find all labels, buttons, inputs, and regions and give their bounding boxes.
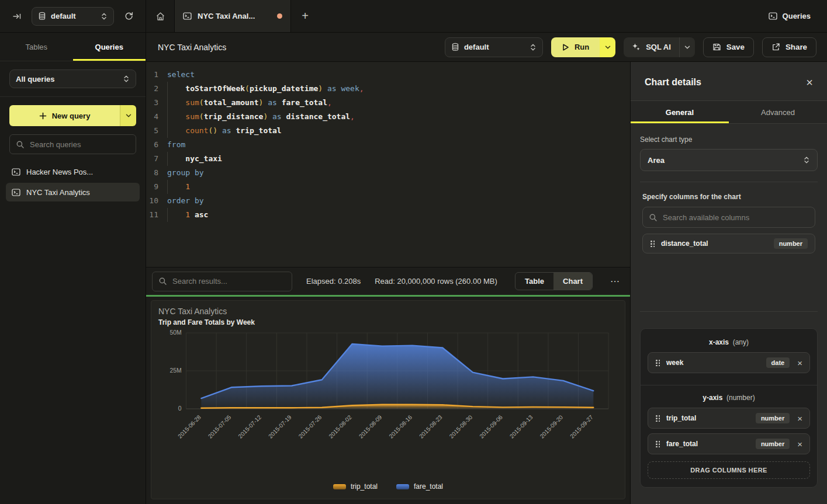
sql-editor[interactable]: 1select2 toStartOfWeek(pickup_datetime) … xyxy=(146,62,630,267)
refresh-button[interactable] xyxy=(121,9,136,24)
results-search[interactable] xyxy=(152,272,292,291)
chevron-updown-icon xyxy=(530,43,537,51)
sidebar-tab-tables[interactable]: Tables xyxy=(0,33,73,61)
line-number: 5 xyxy=(146,124,167,138)
chart-type-select[interactable]: Area xyxy=(640,149,818,171)
run-options-button[interactable] xyxy=(600,37,615,57)
query-list-item[interactable]: NYC Taxi Analytics xyxy=(6,183,140,201)
query-toolbar: NYC Taxi Analytics default Run xyxy=(146,33,827,62)
sidebar-tab-queries[interactable]: Queries xyxy=(73,33,146,61)
code-line[interactable]: 6from xyxy=(146,138,630,152)
indent-guide xyxy=(167,110,168,124)
legend-item-fare_total[interactable]: fare_total xyxy=(396,482,443,491)
tab-advanced[interactable]: Advanced xyxy=(729,101,827,123)
query-filter-select[interactable]: All queries xyxy=(9,69,136,88)
query-search[interactable] xyxy=(9,134,136,154)
svg-text:2015-08-09: 2015-08-09 xyxy=(358,413,383,439)
query-label: NYC Taxi Analytics xyxy=(26,188,90,197)
share-button[interactable]: Share xyxy=(762,37,816,57)
console-icon xyxy=(12,168,20,176)
run-button[interactable]: Run xyxy=(551,37,600,57)
results-search-input[interactable] xyxy=(172,277,286,286)
code-line[interactable]: 5 count() as trip_total xyxy=(146,124,630,138)
sparkles-icon xyxy=(632,43,641,51)
svg-text:2015-09-13: 2015-09-13 xyxy=(508,413,534,439)
column-type-badge: number xyxy=(756,413,790,423)
code-line[interactable]: 3 sum(total_amount) as fare_total, xyxy=(146,96,630,110)
code-line[interactable]: 1select xyxy=(146,68,630,82)
new-query-menu-button[interactable] xyxy=(120,105,136,126)
available-columns-list: distance_totalnumber xyxy=(642,234,815,253)
new-query-button[interactable]: New query xyxy=(9,105,136,126)
svg-text:0: 0 xyxy=(178,405,182,412)
tab-title: NYC Taxi Anal... xyxy=(198,12,255,20)
query-label: Hacker News Pos... xyxy=(26,168,93,176)
code-line[interactable]: 2 toStartOfWeek(pickup_datetime) as week… xyxy=(146,82,630,96)
columns-search[interactable] xyxy=(642,207,815,228)
code-line[interactable]: 11 1 asc xyxy=(146,208,630,222)
column-pill-trip_total[interactable]: trip_totalnumber× xyxy=(648,408,810,429)
svg-text:2015-07-12: 2015-07-12 xyxy=(237,413,262,439)
line-number: 8 xyxy=(146,166,167,180)
drag-handle-icon[interactable] xyxy=(650,240,655,247)
chart-title: NYC Taxi Analytics xyxy=(158,307,618,316)
query-search-input[interactable] xyxy=(30,140,130,149)
view-tab-table[interactable]: Table xyxy=(515,273,553,290)
y-axis-title: y-axis xyxy=(703,394,722,402)
home-button[interactable] xyxy=(146,0,174,32)
remove-column-button[interactable]: × xyxy=(796,413,802,423)
column-pill-fare_total[interactable]: fare_totalnumber× xyxy=(648,433,810,454)
chevron-updown-icon xyxy=(803,156,810,164)
sql-ai-button[interactable]: SQL AI xyxy=(624,37,679,57)
sql-ai-menu-button[interactable] xyxy=(679,37,695,57)
code-text: 1 xyxy=(167,180,190,194)
drag-handle-icon[interactable] xyxy=(655,440,660,447)
indent-guide xyxy=(167,208,168,222)
code-line[interactable]: 9 1 xyxy=(146,180,630,194)
code-line[interactable]: 4 sum(trip_distance) as distance_total, xyxy=(146,110,630,124)
top-bar: default NYC Taxi Anal... xyxy=(0,0,827,33)
queries-link-label: Queries xyxy=(783,12,811,20)
code-line[interactable]: 7 nyc_taxi xyxy=(146,152,630,166)
save-button[interactable]: Save xyxy=(703,37,754,57)
legend-item-trip_total[interactable]: trip_total xyxy=(333,482,378,491)
sql-ai-label: SQL AI xyxy=(646,43,671,51)
toolbar-database-value: default xyxy=(464,43,489,51)
results-more-button[interactable]: ⋯ xyxy=(607,276,623,287)
remove-column-button[interactable]: × xyxy=(796,358,802,368)
remove-column-button[interactable]: × xyxy=(796,439,802,449)
query-list-item[interactable]: Hacker News Pos... xyxy=(6,162,140,181)
toolbar-database-select[interactable]: default xyxy=(445,37,543,57)
tab-nyc-taxi-analytics[interactable]: NYC Taxi Anal... xyxy=(174,0,291,32)
tab-general[interactable]: General xyxy=(631,101,729,123)
indent-guide xyxy=(167,180,168,194)
close-panel-button[interactable]: × xyxy=(806,78,813,86)
drag-handle-icon[interactable] xyxy=(655,359,660,366)
legend-swatch xyxy=(333,484,346,489)
columns-search-input[interactable] xyxy=(663,213,809,222)
chart-subtitle: Trip and Fare Totals by Week xyxy=(158,318,618,326)
svg-text:25M: 25M xyxy=(169,367,181,374)
code-text: toStartOfWeek(pickup_datetime) as week, xyxy=(167,82,364,96)
column-pill-week[interactable]: weekdate× xyxy=(648,352,810,373)
panel-divider xyxy=(640,182,818,182)
axes-divider xyxy=(641,385,817,385)
new-query-label: New query xyxy=(52,112,91,120)
queries-link[interactable]: Queries xyxy=(769,0,827,32)
panel-spacer xyxy=(640,253,818,301)
column-pill-distance_total[interactable]: distance_totalnumber xyxy=(642,234,815,253)
code-line[interactable]: 8group by xyxy=(146,166,630,180)
y-axis-header: y-axis (number) xyxy=(648,394,810,402)
line-number: 7 xyxy=(146,152,167,166)
axes-card: x-axis (any) weekdate× y-axis (number) t… xyxy=(640,328,818,488)
topbar-database-select[interactable]: default xyxy=(32,7,114,26)
collapse-sidebar-button[interactable] xyxy=(9,9,25,24)
code-line[interactable]: 10order by xyxy=(146,194,630,208)
chart-details-tabs: General Advanced xyxy=(631,100,827,124)
results-toolbar: Elapsed: 0.208s Read: 20,000,000 rows (2… xyxy=(146,267,630,295)
drop-zone[interactable]: DRAG COLUMNS HERE xyxy=(648,461,810,479)
svg-text:2015-08-02: 2015-08-02 xyxy=(327,413,353,439)
view-tab-chart[interactable]: Chart xyxy=(553,273,592,290)
new-tab-button[interactable]: + xyxy=(291,0,319,32)
drag-handle-icon[interactable] xyxy=(655,415,660,422)
